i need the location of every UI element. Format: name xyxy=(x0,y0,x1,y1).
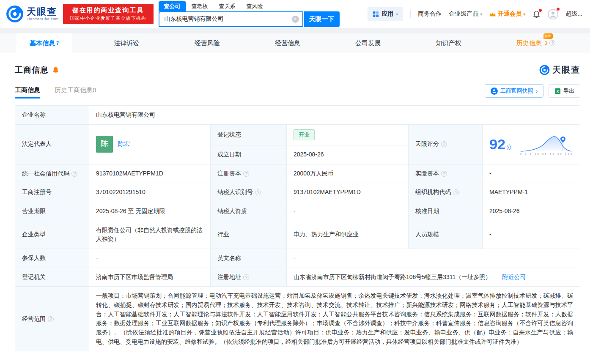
approval-date-value: 2025-08-26 xyxy=(483,202,580,221)
snapshot-icon xyxy=(491,88,498,95)
tianyancha-logo[interactable]: 天眼查 TianYanCha.com xyxy=(6,5,59,23)
info-icon[interactable] xyxy=(243,171,249,177)
apps-dropdown[interactable]: 应用 ▾ xyxy=(368,7,403,21)
company-detail-tabs: 基本信息 7 法律诉讼 经营风险 经营信息 公司发展 知识产权 历史信息 VIP… xyxy=(0,33,590,53)
taxpayer-quality-value: - xyxy=(287,202,409,221)
apps-label: 应用 xyxy=(381,10,393,18)
open-vip-label: 开通会员 xyxy=(498,10,521,18)
tab-operation-risk[interactable]: 经营风险 xyxy=(181,33,233,53)
export-button[interactable]: X 导出 xyxy=(549,84,580,98)
info-icon[interactable] xyxy=(441,141,447,147)
notification-bell-icon[interactable] xyxy=(532,10,541,18)
main-content: 工商信息 天眼查 工商信息 历史工商信息0 xyxy=(15,64,580,351)
tab-history-info[interactable]: 历史信息 VIP 3 xyxy=(503,33,569,53)
enterprise-products-label: 企业级产品 xyxy=(449,10,478,18)
snapshot-label: 工商官网快照 xyxy=(500,87,533,95)
info-icon[interactable] xyxy=(549,40,555,46)
official-snapshot-button[interactable]: 工商官网快照 › xyxy=(485,84,543,98)
clear-icon[interactable]: × xyxy=(292,16,299,23)
score-axis-labels: 0 1 3 15 55 85 99 100 xyxy=(520,153,572,155)
establish-date-value: 2025-08-26 xyxy=(287,145,409,164)
section-title: 工商信息 xyxy=(15,65,49,76)
watermark-logo: 天眼查 xyxy=(539,64,580,76)
taxpayer-id-value: 91370102MAETYPPM1D xyxy=(287,183,409,202)
tianyancha-watermark-icon xyxy=(539,65,550,75)
info-icon[interactable] xyxy=(48,316,54,322)
status-badge: 开业 xyxy=(294,129,315,140)
reg-authority-value: 济南市历下区市场监督管理局 xyxy=(89,268,211,287)
top-header: 天眼查 TianYanCha.com 都在用的商业查询工具 国家中小企业发展子基… xyxy=(0,0,590,28)
company-name-value: 山东核电营销有限公司 xyxy=(89,106,580,125)
chevron-down-icon: ▾ xyxy=(523,12,525,16)
nav-business-cooperation[interactable]: 商务合作 xyxy=(418,10,442,18)
reg-number-label: 工商注册号 xyxy=(22,189,52,195)
company-type-value: 有限责任公司（非自然人投资或控股的法人独资） xyxy=(89,221,211,249)
tab-count: 3 xyxy=(545,41,547,46)
avatar-notification-dot xyxy=(557,8,560,11)
promo-line1: 都在用的商业查询工具 xyxy=(72,6,144,14)
industry-label: 行业 xyxy=(217,231,229,238)
reg-number-value: 370102201291510 xyxy=(89,183,211,202)
nav-enterprise-products[interactable]: 企业级产品 ▾ xyxy=(449,10,482,18)
tianyancha-logo-icon xyxy=(6,5,24,23)
org-code-value: MAETYPPM-1 xyxy=(483,183,580,202)
score-label: 天眼评分 xyxy=(415,140,439,147)
tab-legal-litigation[interactable]: 法律诉讼 xyxy=(100,33,153,53)
tianyan-score-unit: 分 xyxy=(506,143,512,151)
score-distribution-chart: 0 1 3 15 55 85 99 100 xyxy=(519,134,573,155)
company-type-label: 企业类型 xyxy=(22,231,46,238)
english-name-value: - xyxy=(287,249,580,268)
info-icon[interactable] xyxy=(453,189,459,195)
row-reg-number: 工商注册号 370102201291510 纳税人识别号 91370102MAE… xyxy=(15,183,580,202)
watermark-text: 天眼查 xyxy=(552,64,580,76)
user-avatar[interactable] xyxy=(548,9,558,19)
approval-date-label: 核准日期 xyxy=(415,208,439,214)
search-button[interactable]: 天眼一下 xyxy=(304,11,340,27)
tab-count: 7 xyxy=(56,41,59,46)
subtab-history-business-info[interactable]: 历史工商信息0 xyxy=(55,86,96,99)
row-legal-rep: 法定代表人 陈 陈宏 登记状态 开业 天眼评分 92 分 xyxy=(15,124,580,145)
subtab-business-info[interactable]: 工商信息 xyxy=(15,86,40,99)
reg-capital-value: 20000万人民币 xyxy=(287,164,409,183)
tianyan-score-value: 92 xyxy=(489,137,505,151)
nearby-companies-link[interactable]: 附近公司 xyxy=(502,274,526,280)
legal-rep-avatar[interactable]: 陈 xyxy=(96,136,113,153)
search-tab-relation[interactable]: 查关系 xyxy=(214,1,241,11)
insured-count-label: 参保人数 xyxy=(22,255,46,261)
search-tab-boss[interactable]: 查老板 xyxy=(186,1,214,11)
section-header: 工商信息 天眼查 xyxy=(15,64,580,76)
tab-operation-info[interactable]: 经营信息 xyxy=(261,33,314,53)
row-company-name: 企业名称 山东核电营销有限公司 xyxy=(15,106,580,125)
tab-basic-info[interactable]: 基本信息 7 xyxy=(16,33,72,53)
search-tab-risk[interactable]: 查风险 xyxy=(241,1,269,11)
promo-line2: 国家中小企业发展子基金旗下机构 xyxy=(70,15,146,22)
legal-rep-name-link[interactable]: 陈宏 xyxy=(118,140,130,149)
search-tab-company[interactable]: 查公司 xyxy=(159,1,186,11)
monitor-bell-icon[interactable] xyxy=(52,66,59,74)
divider xyxy=(410,10,411,18)
info-icon[interactable] xyxy=(255,189,261,195)
info-icon[interactable] xyxy=(243,274,249,280)
legal-rep-label: 法定代表人 xyxy=(22,140,52,147)
vip-badge: VIP xyxy=(543,33,553,39)
business-scope-label: 经营范围 xyxy=(22,315,46,322)
reg-address-value: 山东省济南市历下区甸柳新村街道闵子骞路106号5幢三层3311（一址多照） xyxy=(294,274,491,280)
business-info-table: 企业名称 山东核电营销有限公司 法定代表人 陈 陈宏 登记状态 开业 天眼评分 … xyxy=(15,105,580,351)
insured-count-value: - xyxy=(89,249,211,268)
row-reg-authority: 登记机关 济南市历下区市场监督管理局 注册地址 山东省济南市历下区甸柳新村街道闵… xyxy=(15,268,580,287)
nav-super-vip[interactable]: 超级... xyxy=(565,10,582,18)
chevron-down-icon: ▾ xyxy=(480,12,482,16)
tab-label: 历史信息 xyxy=(516,39,542,47)
nav-open-vip[interactable]: 开通会员 ▾ xyxy=(489,10,525,18)
reg-authority-label: 登记机关 xyxy=(22,274,46,280)
tab-intellectual-property[interactable]: 知识产权 xyxy=(423,33,475,53)
tab-company-development[interactable]: 公司发展 xyxy=(342,33,394,53)
page-background-band xyxy=(0,28,590,33)
info-icon[interactable] xyxy=(441,171,447,177)
tab-label: 经营风险 xyxy=(195,39,220,47)
promo-banner: 都在用的商业查询工具 国家中小企业发展子基金旗下机构 xyxy=(63,4,154,24)
info-icon[interactable] xyxy=(71,171,77,177)
subtab-row: 工商信息 历史工商信息0 工商官网快照 › X 导出 xyxy=(15,84,580,100)
search-input[interactable] xyxy=(159,11,303,27)
paid-capital-value: - xyxy=(483,164,580,183)
